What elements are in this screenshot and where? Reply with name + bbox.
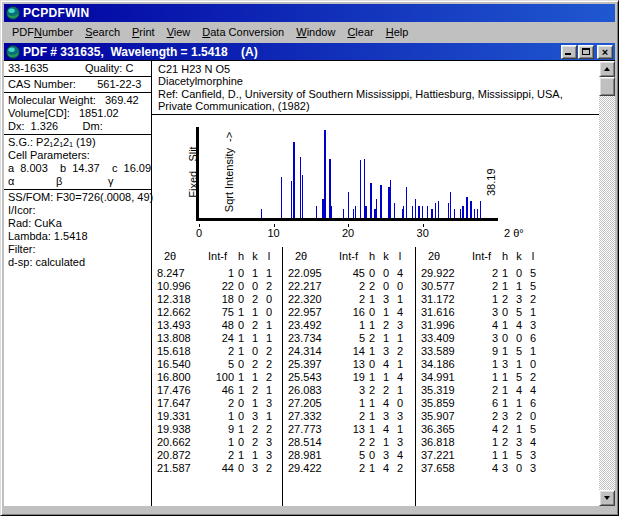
menu-view[interactable]: View [161, 23, 197, 41]
peak-cell-h: 1 [498, 280, 512, 293]
peak-row: 20.8722113 [152, 449, 282, 462]
peak-cell-2theta: 34.991 [416, 371, 466, 384]
peak-cell-k: 5 [512, 306, 526, 319]
menu-help[interactable]: Help [380, 23, 415, 41]
peak-cell-l: 5 [526, 280, 540, 293]
peak-row: 35.3192144 [416, 384, 599, 397]
peak-cell-l: 4 [393, 371, 407, 384]
diffraction-peak [467, 206, 468, 218]
peak-cell-int-f: 1 [466, 436, 498, 449]
peak-cell-h: 2 [498, 436, 512, 449]
peak-cell-k: 1 [379, 306, 393, 319]
peak-cell-2theta: 19.938 [152, 423, 202, 436]
peak-cell-l: 1 [526, 306, 540, 319]
peak-cell-l: 3 [262, 397, 276, 410]
peak-cell-l: 2 [262, 358, 276, 371]
peak-cell-2theta: 35.907 [416, 410, 466, 423]
peak-cell-int-f: 3 [466, 332, 498, 345]
peak-cell-2theta: 20.662 [152, 436, 202, 449]
peak-cell-2theta: 37.221 [416, 449, 466, 462]
document-titlebar[interactable]: PDF # 331635, Wavelength = 1.5418 (A) × [4, 43, 615, 60]
vertical-scrollbar[interactable] [599, 61, 615, 506]
diffraction-peak [390, 180, 391, 218]
peak-cell-h: 2 [498, 293, 512, 306]
diffraction-peak [415, 199, 416, 219]
diffraction-peak [348, 192, 349, 218]
peak-cell-h: 1 [498, 345, 512, 358]
peak-table: 2θInt-fhkl8.247101110.9962200212.3181802… [152, 247, 599, 506]
diffraction-peak [365, 206, 366, 218]
peak-cell-l: 2 [526, 371, 540, 384]
peak-cell-l: 1 [262, 267, 276, 280]
peak-cell-l: 4 [393, 449, 407, 462]
peak-cell-l: 2 [262, 345, 276, 358]
pdf-id-and-quality: 33-1635 Quality: C [8, 62, 151, 75]
peak-cell-int-f: 1 [466, 449, 498, 462]
peak-cell-k: 5 [512, 449, 526, 462]
peak-row: 33.5899151 [416, 345, 599, 358]
peak-cell-k: 4 [512, 319, 526, 332]
peak-cell-l: 3 [393, 410, 407, 423]
beta-label: β [56, 175, 108, 188]
diffraction-peak [360, 160, 361, 218]
diffraction-chart: Fixed Slit Sqrt Intensity -> 2 θ° 38.19 … [152, 115, 599, 247]
col-header-h: h [365, 250, 379, 263]
maximize-button[interactable] [578, 45, 594, 59]
close-button[interactable]: × [597, 45, 613, 59]
peak-cell-h: 1 [498, 319, 512, 332]
peak-row: 16.800100112 [152, 371, 282, 384]
peak-cell-l: 1 [393, 293, 407, 306]
menu-pdfnumber[interactable]: PDFNumber [6, 23, 79, 41]
peak-cell-int-f: 9 [202, 423, 234, 436]
peak-cell-int-f: 2 [333, 280, 365, 293]
peak-cell-h: 1 [498, 267, 512, 280]
minimize-button[interactable] [561, 45, 577, 59]
peak-cell-l: 1 [526, 345, 540, 358]
peak-cell-h: 2 [365, 332, 379, 345]
menu-clear[interactable]: Clear [341, 23, 379, 41]
scroll-up-button[interactable] [599, 61, 615, 77]
diffraction-peak [302, 175, 303, 218]
peak-row: 34.1861310 [416, 358, 599, 371]
peak-cell-k: 4 [379, 462, 393, 475]
peak-cell-2theta: 15.618 [152, 345, 202, 358]
peak-cell-k: 5 [512, 371, 526, 384]
peak-cell-2theta: 22.957 [283, 306, 333, 319]
alpha-label: α [8, 175, 56, 188]
peak-cell-2theta: 16.800 [152, 371, 202, 384]
peak-cell-2theta: 35.859 [416, 397, 466, 410]
peak-row: 30.5772115 [416, 280, 599, 293]
diffraction-peak [431, 209, 432, 218]
menu-data-conversion[interactable]: Data Conversion [196, 23, 290, 41]
scroll-down-button[interactable] [599, 490, 615, 506]
peak-row: 27.3322133 [283, 410, 415, 423]
peak-cell-2theta: 13.493 [152, 319, 202, 332]
peak-cell-h: 0 [234, 358, 248, 371]
menu-search[interactable]: Search [79, 23, 126, 41]
peak-cell-2theta: 27.332 [283, 410, 333, 423]
menu-window[interactable]: Window [290, 23, 341, 41]
app-titlebar[interactable]: PCPDFWIN [4, 4, 615, 22]
menu-print[interactable]: Print [126, 23, 161, 41]
peak-row: 37.6584303 [416, 462, 599, 475]
diffraction-peak [355, 206, 356, 218]
peak-cell-int-f: 1 [466, 293, 498, 306]
peak-cell-int-f: 2 [333, 462, 365, 475]
col-header-2theta: 2θ [283, 250, 333, 263]
peak-cell-k: 3 [248, 410, 262, 423]
peak-cell-int-f: 18 [202, 293, 234, 306]
scrollbar-thumb[interactable] [599, 77, 615, 96]
diffraction-peak [462, 206, 463, 218]
peak-row: 36.8181234 [416, 436, 599, 449]
peak-cell-h: 0 [234, 267, 248, 280]
diffraction-peak [293, 142, 294, 218]
peak-cell-k: 2 [379, 384, 393, 397]
peak-cell-2theta: 31.996 [416, 319, 466, 332]
peak-cell-int-f: 13 [333, 423, 365, 436]
peak-cell-k: 4 [379, 397, 393, 410]
peak-row: 27.2051140 [283, 397, 415, 410]
peak-cell-h: 1 [234, 332, 248, 345]
i-icor: I/Icor: [8, 204, 151, 217]
peak-cell-h: 1 [498, 371, 512, 384]
peak-cell-k: 1 [512, 280, 526, 293]
